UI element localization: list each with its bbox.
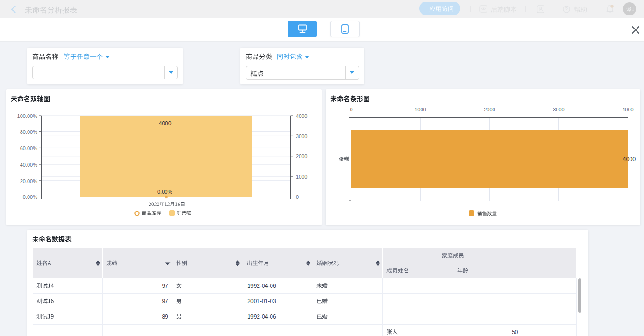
svg-text:?: ? — [565, 7, 568, 12]
